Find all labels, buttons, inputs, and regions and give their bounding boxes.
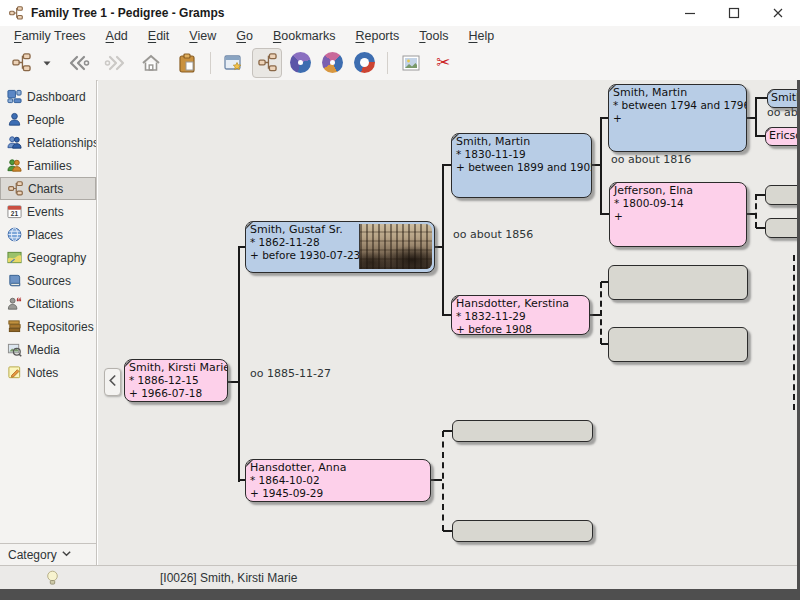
sidebar-item-geography[interactable]: Geography	[0, 246, 96, 269]
sidebar-item-citations[interactable]: Citations	[0, 292, 96, 315]
chevron-left-icon	[108, 373, 117, 391]
unknown-person-box[interactable]	[765, 218, 797, 238]
back-icon[interactable]	[65, 49, 93, 77]
menu-tools[interactable]: Tools	[409, 28, 458, 44]
person-birth: * 1832-11-29	[456, 310, 585, 323]
person-name: Smith, Martin	[613, 86, 742, 99]
sidebar-label: Places	[27, 228, 63, 242]
people-icon	[7, 112, 22, 127]
person-box-hansdotter-kerstina[interactable]: Hansdotter, Kerstina * 1832-11-29 + befo…	[451, 295, 590, 335]
person-box-smith-martin-1794[interactable]: Smith, Martin * between 1794 and 1796 +	[608, 84, 747, 152]
sidebar-label: People	[27, 113, 64, 127]
sidebar-item-notes[interactable]: Notes	[0, 361, 96, 384]
connector-line-dashed	[756, 194, 765, 196]
menu-family-trees[interactable]: Family Trees	[4, 28, 96, 44]
repositories-icon	[7, 319, 22, 334]
person-box-smith-martin-1830[interactable]: Smith, Martin * 1830-11-19 + between 189…	[451, 133, 592, 198]
window-controls	[668, 0, 800, 26]
menu-view[interactable]: View	[179, 28, 226, 44]
connector-line-dashed	[747, 213, 755, 215]
forward-icon	[101, 49, 129, 77]
person-name: Smith	[771, 91, 797, 104]
person-box-smith-partial[interactable]: Smith	[767, 89, 797, 108]
connector-line-dashed	[443, 530, 452, 532]
menu-go[interactable]: Go	[226, 28, 263, 44]
charts-icon	[8, 181, 23, 196]
fanchart-2way-icon[interactable]	[350, 49, 378, 77]
connector-line-dashed	[601, 343, 608, 345]
sidebar-item-people[interactable]: People	[0, 108, 96, 131]
media-report-icon[interactable]	[397, 49, 425, 77]
menu-reports[interactable]: Reports	[345, 28, 409, 44]
sidebar-item-places[interactable]: Places	[0, 223, 96, 246]
category-label: Category	[8, 548, 57, 562]
person-box-smith-gustaf-sr[interactable]: Smith, Gustaf Sr. * 1862-11-28 + before …	[245, 221, 435, 273]
home-icon[interactable]	[137, 49, 165, 77]
unknown-person-box[interactable]	[765, 185, 797, 205]
minimize-icon[interactable]	[668, 0, 712, 26]
connector-line	[757, 97, 767, 99]
connector-line-dashed	[755, 194, 757, 228]
toolbar: ✂	[0, 45, 800, 81]
unknown-person-box[interactable]	[452, 420, 593, 442]
events-icon: 21	[7, 204, 22, 219]
person-birth: * 1886-12-15	[129, 374, 223, 387]
person-box-ericsd-partial[interactable]: Ericsd	[765, 127, 797, 146]
sidebar-item-media[interactable]: Media	[0, 338, 96, 361]
pedigree-view-icon[interactable]	[252, 48, 282, 78]
dropdown-arrow-icon[interactable]	[39, 49, 55, 77]
sidebar-item-families[interactable]: Families	[0, 154, 96, 177]
active-person-status: [I0026] Smith, Kirsti Marie	[160, 571, 297, 585]
citations-icon	[7, 296, 22, 311]
sidebar-item-relationships[interactable]: Relationships	[0, 131, 96, 154]
gramps-window: Family Tree 1 - Pedigree - Gramps Family…	[0, 0, 800, 600]
view-config-icon[interactable]	[220, 49, 248, 77]
person-death: + 1966-07-18	[129, 387, 223, 400]
menu-edit[interactable]: Edit	[138, 28, 180, 44]
sidebar-label: Families	[27, 159, 72, 173]
sidebar-item-repositories[interactable]: Repositories	[0, 315, 96, 338]
sources-icon	[7, 273, 22, 288]
sidebar-label: Citations	[27, 297, 74, 311]
person-box-smith-kirsti-marie[interactable]: Smith, Kirsti Marie * 1886-12-15 + 1966-…	[124, 359, 228, 402]
sidebar-label: Charts	[28, 182, 63, 196]
menu-add[interactable]: Add	[96, 28, 138, 44]
connector-line-dashed	[590, 314, 600, 316]
gramps-pedigree-icon	[9, 6, 23, 20]
sidebar-item-dashboard[interactable]: Dashboard	[0, 85, 96, 108]
geography-icon	[7, 250, 22, 265]
chevron-down-icon	[61, 548, 72, 562]
clipboard-icon[interactable]	[173, 49, 201, 77]
sidebar-label: Repositories	[27, 320, 94, 334]
person-name: Ericsd	[769, 129, 797, 142]
sidebar-item-charts[interactable]: Charts	[0, 177, 96, 200]
connector-line	[442, 164, 444, 316]
fanchart-descendant-icon[interactable]	[318, 49, 346, 77]
sidebar-item-events[interactable]: 21 Events	[0, 200, 96, 223]
maximize-icon[interactable]	[712, 0, 756, 26]
person-box-jefferson-elna[interactable]: Jefferson, Elna * 1800-09-14 +	[609, 182, 747, 247]
connector-line-dashed	[431, 479, 442, 481]
menu-help[interactable]: Help	[458, 28, 504, 44]
person-box-hansdotter-anna[interactable]: Hansdotter, Anna * 1864-10-02 + 1945-09-…	[245, 459, 431, 502]
menu-bookmarks[interactable]: Bookmarks	[263, 28, 346, 44]
scissors-icon[interactable]: ✂	[429, 49, 457, 77]
show-children-button[interactable]	[104, 368, 121, 396]
unknown-person-box[interactable]	[452, 520, 593, 542]
person-death: + 1945-09-29	[250, 487, 426, 500]
families-icon	[7, 158, 22, 173]
notes-icon	[7, 365, 22, 380]
pedigree-canvas[interactable]: oo 1885-11-27 oo about 1856 oo about 181…	[98, 80, 797, 565]
close-icon[interactable]	[756, 0, 800, 26]
category-selector[interactable]: Category	[0, 543, 97, 565]
person-name: Hansdotter, Anna	[250, 461, 426, 474]
fanchart-icon[interactable]	[286, 49, 314, 77]
ancestry-tree-icon[interactable]	[7, 49, 35, 77]
unknown-person-box[interactable]	[608, 327, 748, 362]
person-birth: * 1830-11-19	[456, 148, 587, 161]
person-birth: * between 1794 and 1796	[613, 99, 742, 112]
unknown-person-box[interactable]	[608, 265, 748, 300]
person-death: +	[613, 112, 742, 125]
sidebar-item-sources[interactable]: Sources	[0, 269, 96, 292]
marriage-label: oo 1885-11-27	[250, 367, 331, 380]
